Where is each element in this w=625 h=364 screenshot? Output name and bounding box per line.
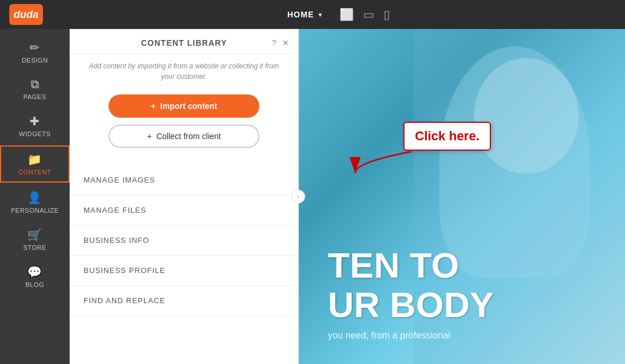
desktop-icon[interactable]: ⬜ [339,8,354,21]
sidebar-label-blog: BLOG [26,281,45,288]
manage-files-label: MANAGE FILES [84,206,146,214]
sidebar-label-personalize: PERSONALIZE [11,207,59,214]
hero-line1: TEN TO [328,246,596,285]
menu-item-manage-files[interactable]: MANAGE FILES [70,195,298,225]
blog-icon: 💬 [27,265,42,279]
callout-box: Click here. [403,122,491,151]
page-selector[interactable]: HOME ▾ [287,10,322,19]
pencil-icon: ✏ [30,41,40,54]
sidebar-label-design: DESIGN [21,57,48,64]
panel-header-icons: ? ✕ [272,38,289,48]
canvas-area: TEN TO UR BODY you need, from a professi… [299,29,625,364]
sidebar-label-widgets: WIDGETS [19,130,51,137]
menu-list: MANAGE IMAGES MANAGE FILES BUSINESS INFO… [70,165,298,364]
hero-text-line1: TEN TO [328,245,459,285]
hero-overlay: TEN TO UR BODY you need, from a professi… [299,29,625,364]
sidebar-item-store[interactable]: 🛒 STORE [0,222,70,257]
folder-icon: 📁 [27,152,42,166]
pages-icon: ⧉ [31,78,39,91]
sidebar: ✏ DESIGN ⧉ PAGES ✚ WIDGETS 📁 CONTENT 👤 P… [0,29,70,364]
top-bar-center: HOME ▾ ⬜ ▭ ▯ [52,8,625,21]
main-layout: ✏ DESIGN ⧉ PAGES ✚ WIDGETS 📁 CONTENT 👤 P… [0,29,625,364]
hero-subtext: you need, from a professional [328,330,596,341]
menu-item-find-replace[interactable]: FIND AND REPLACE [70,286,298,316]
device-icons: ⬜ ▭ ▯ [339,8,390,21]
sidebar-label-pages: PAGES [23,93,46,100]
hero-text-line2: UR BODY [328,285,494,325]
import-content-button[interactable]: + Import content [109,94,259,118]
sidebar-label-content: CONTENT [19,169,52,176]
chevron-down-icon: ▾ [319,12,322,18]
sidebar-item-design[interactable]: ✏ DESIGN [0,35,70,70]
callout-text: Click here. [415,129,479,143]
store-icon: 🛒 [27,228,42,242]
panel-collapse-button[interactable]: ‹ [291,190,305,203]
sidebar-item-content[interactable]: 📁 CONTENT [0,145,70,183]
person-icon: 👤 [27,191,42,205]
find-replace-label: FIND AND REPLACE [84,296,165,305]
duda-logo[interactable]: duda [9,4,43,25]
content-panel: CONTENT LIBRARY ? ✕ Add content by impor… [70,29,299,364]
sidebar-label-store: STORE [23,244,46,251]
sidebar-item-widgets[interactable]: ✚ WIDGETS [0,108,70,143]
mobile-icon[interactable]: ▯ [384,8,390,21]
buttons-area: + Import content + Collect from client [70,89,298,165]
menu-item-business-profile[interactable]: BUSINESS PROFILE [70,256,298,286]
sidebar-item-personalize[interactable]: 👤 PERSONALIZE [0,185,70,220]
panel-subtitle: Add content by importing it from a websi… [70,54,298,89]
panel-header: CONTENT LIBRARY ? ✕ [70,29,298,54]
top-bar: duda HOME ▾ ⬜ ▭ ▯ [0,0,625,29]
sidebar-item-pages[interactable]: ⧉ PAGES [0,72,70,106]
plus-icon-collect: + [147,132,151,141]
import-button-label: Import content [160,101,217,111]
close-icon[interactable]: ✕ [282,38,289,48]
menu-item-business-info[interactable]: BUSINESS INFO [70,225,298,256]
business-profile-label: BUSINESS PROFILE [84,266,165,275]
manage-images-label: MANAGE IMAGES [84,176,156,184]
tablet-icon[interactable]: ▭ [363,8,374,21]
hero-line2: UR BODY [328,285,596,325]
widgets-icon: ✚ [30,114,40,128]
plus-icon-import: + [151,101,156,111]
business-info-label: BUSINESS INFO [84,236,149,245]
collect-button-label: Collect from client [156,132,221,141]
collect-from-client-button[interactable]: + Collect from client [109,125,259,148]
panel-title: CONTENT LIBRARY [96,38,272,48]
help-icon[interactable]: ? [272,38,276,48]
menu-item-manage-images[interactable]: MANAGE IMAGES [70,165,298,195]
sidebar-item-blog[interactable]: 💬 BLOG [0,259,70,294]
page-label: HOME [287,10,314,19]
